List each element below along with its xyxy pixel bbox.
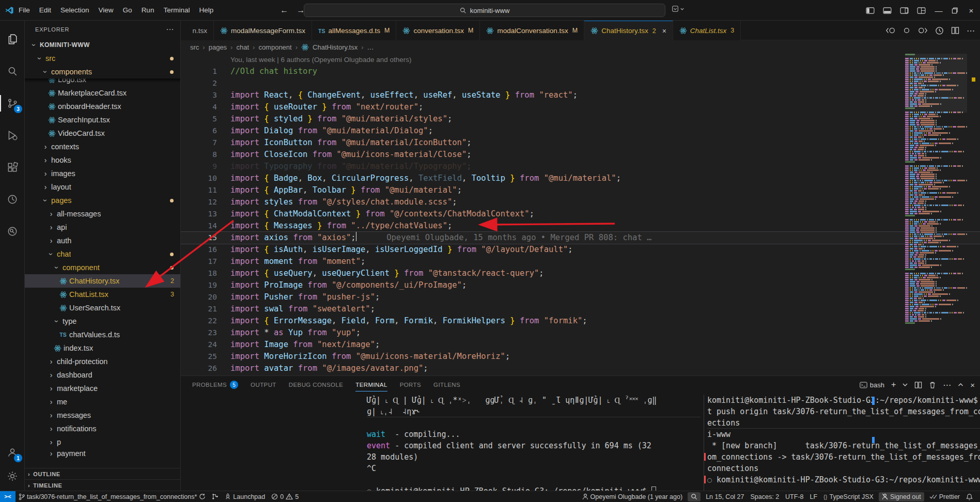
panel-tab-ports[interactable]: PORTS (395, 376, 426, 394)
tree-file-usersearch-tsx[interactable]: UserSearch.tsx (25, 301, 180, 315)
code-line[interactable]: 6import Dialog from "@mui/material/Dialo… (181, 125, 980, 137)
close-tab-icon[interactable]: × (662, 27, 666, 35)
menu-item-file[interactable]: File (14, 6, 35, 14)
gitlens-graph-item[interactable] (209, 491, 222, 502)
panel-tab-terminal[interactable]: TERMINAL (350, 376, 392, 394)
tree-file-chathistory-tsx[interactable]: ChatHistory.tsx2 (25, 274, 180, 288)
tree-file-chatvalues-d-ts[interactable]: TSchatValues.d.ts (25, 328, 180, 341)
terminal-profile[interactable]: bash (860, 381, 884, 389)
indentation-item[interactable]: Spaces: 2 (748, 491, 783, 502)
panel-tab-problems[interactable]: PROBLEMS5 (187, 376, 243, 394)
tree-folder-layout[interactable]: ›layout (25, 180, 180, 194)
menu-item-help[interactable]: Help (194, 6, 218, 14)
explorer-more-icon[interactable]: ⋯ (166, 25, 174, 34)
tree-folder-marketplace[interactable]: ›marketplace (25, 382, 180, 395)
eol-item[interactable]: LF (807, 491, 821, 502)
tree-folder-notifications[interactable]: ›notifications (25, 422, 180, 435)
code-line[interactable]: 10import { Badge, Box, CircularProgress,… (181, 172, 980, 184)
menu-item-selection[interactable]: Selection (56, 6, 94, 14)
cursor-position-item[interactable]: Ln 15, Col 27 (703, 491, 747, 502)
tree-folder-images[interactable]: ›images (25, 167, 180, 180)
blame-item[interactable]: Opeyemi Olugbade (1 year ago) (579, 491, 686, 502)
code-line[interactable]: 21import swal from "sweetalert"; (181, 303, 980, 315)
menu-item-terminal[interactable]: Terminal (159, 6, 194, 14)
code-line[interactable]: 1//Old chat history (181, 66, 980, 77)
menu-item-view[interactable]: View (94, 6, 118, 14)
split-terminal-icon[interactable] (914, 381, 922, 389)
activity-extensions-icon[interactable] (0, 156, 25, 179)
tree-file-logo-tsx[interactable]: Logo.tsx (25, 79, 180, 86)
gitlens-changes-icon[interactable] (903, 26, 910, 35)
activity-settings-gear-icon[interactable] (0, 465, 25, 488)
new-terminal-icon[interactable]: + (891, 380, 896, 389)
menu-item-run[interactable]: Run (137, 6, 159, 14)
split-editor-icon[interactable] (951, 26, 959, 35)
code-line[interactable]: 12import styles from "@/styles/chat.modu… (181, 196, 980, 208)
menu-item-go[interactable]: Go (118, 6, 137, 14)
activity-gitlens-icon[interactable] (0, 188, 25, 211)
editor-more-icon[interactable]: ⋯ (967, 26, 975, 36)
activity-run-debug-icon[interactable] (0, 124, 25, 147)
breadcrumb-item[interactable]: ChatHistory.tsx (313, 43, 357, 51)
tree-folder-me[interactable]: ›me (25, 395, 180, 409)
panel-more-icon[interactable]: ⋯ (943, 380, 951, 390)
activity-gitlens-inspect-icon[interactable] (0, 220, 25, 243)
gitlens-next-change-icon[interactable] (917, 26, 928, 35)
tab-chatlist-tsx[interactable]: ChatList.tsx3 (673, 21, 741, 40)
code-line[interactable]: 13import { ChatModalContext } from "@/co… (181, 208, 980, 220)
menu-item-edit[interactable]: Edit (35, 6, 56, 14)
tree-folder-p[interactable]: ›p (25, 435, 180, 449)
outline-section[interactable]: › OUTLINE (25, 468, 180, 479)
maximize-icon[interactable] (952, 7, 958, 14)
panel-tab-debug-console[interactable]: DEBUG CONSOLE (284, 376, 349, 394)
toggle-panel-icon[interactable] (883, 7, 892, 14)
code-line[interactable]: 11import { AppBar, Toolbar } from "@mui/… (181, 184, 980, 196)
code-line[interactable]: 25import MoreHorizIcon from "@mui/icons-… (181, 351, 980, 363)
minimap-slider[interactable] (905, 54, 967, 113)
terminal-dropdown-icon[interactable] (903, 383, 908, 387)
code-line[interactable]: 7import IconButton from "@mui/material/I… (181, 137, 980, 149)
nav-back-icon[interactable]: ← (280, 6, 288, 15)
tree-folder-messages[interactable]: ›messages (25, 409, 180, 422)
code-line[interactable]: 14import { Messages } from "../type/chat… (181, 220, 980, 232)
terminal-right[interactable]: kominiti@kominiti-HP-ZBook-Studio-G3:~/r… (704, 395, 980, 491)
tree-file-chatlist-tsx[interactable]: ChatList.tsx3 (25, 288, 180, 301)
overview-ruler[interactable] (967, 54, 980, 375)
code-editor[interactable]: You, last week | 6 authors (Opeyemi Olug… (181, 54, 980, 375)
command-center-search[interactable]: kominiti-www (304, 4, 665, 17)
tree-folder-api[interactable]: ›api (25, 221, 180, 234)
language-mode-item[interactable]: {} TypeScript JSX (820, 491, 877, 502)
encoding-item[interactable]: UTF-8 (782, 491, 806, 502)
tree-folder-kominiti-www[interactable]: ›KOMINITI-WWW (25, 38, 180, 52)
panel-tab-output[interactable]: OUTPUT (245, 376, 282, 394)
kill-terminal-icon[interactable] (929, 381, 936, 389)
code-line[interactable]: 4import { useRouter } from "next/router"… (181, 101, 980, 113)
timeline-clock-icon[interactable] (935, 26, 944, 35)
tree-folder-all-messages[interactable]: ›all-messages (25, 207, 180, 221)
tree-file-marketplacecard-tsx[interactable]: MarketplaceCard.tsx (25, 86, 180, 100)
signed-out-item[interactable]: Signed out (879, 492, 924, 501)
notifications-bell-item[interactable] (963, 491, 976, 502)
zoom-status-item[interactable] (688, 492, 701, 501)
tree-folder-component[interactable]: ›component (25, 261, 180, 274)
code-line[interactable]: 26import avatar from "@/images/avatar.pn… (181, 363, 980, 374)
activity-source-control-icon[interactable]: 3 (0, 92, 25, 115)
code-line[interactable]: 18import { useQuery, useQueryClient } fr… (181, 268, 980, 279)
breadcrumb[interactable]: src›pages›chat›component›ChatHistory.tsx… (181, 40, 980, 54)
launchpad-item[interactable]: Launchpad (222, 491, 268, 502)
code-line[interactable]: 9import Typography from "@mui/material/T… (181, 161, 980, 172)
gitlens-prev-change-icon[interactable] (885, 26, 896, 35)
tab-allmessages-d-ts[interactable]: TSallMessages.d.tsM (312, 21, 396, 40)
code-line[interactable]: 24import Image from "next/image"; (181, 339, 980, 351)
code-line[interactable]: 16import { isAuth, isUserImage, isUserLo… (181, 244, 980, 256)
code-line[interactable]: 20import Pusher from "pusher-js"; (181, 291, 980, 303)
activity-search-icon[interactable] (0, 60, 25, 83)
minimize-icon[interactable]: — (934, 6, 943, 15)
problems-item[interactable]: 0 5 (268, 491, 302, 502)
breadcrumb-item[interactable]: component (258, 43, 291, 51)
code-line[interactable]: 5import { styled } from "@mui/material/s… (181, 113, 980, 125)
code-line[interactable]: 3import React, { ChangeEvent, useEffect,… (181, 89, 980, 101)
tree-folder-child-protection[interactable]: ›child-protection (25, 355, 180, 368)
tab-chathistory-tsx[interactable]: ChatHistory.tsx2× (584, 21, 673, 40)
code-line[interactable]: 23import * as Yup from "yup"; (181, 327, 980, 339)
